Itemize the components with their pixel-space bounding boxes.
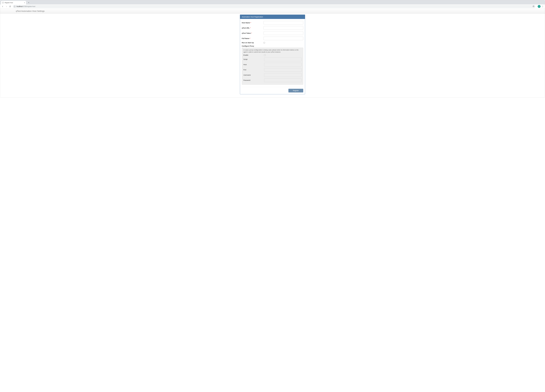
proxy-row-username: Username [243, 73, 302, 77]
url-path: /register-host [26, 6, 35, 7]
form-row-run-on-startup: Run on Start Up [242, 42, 303, 43]
info-icon[interactable]: i [14, 6, 15, 7]
proxy-row-password: Password [243, 78, 302, 82]
label-full-name: Full Name * [242, 37, 264, 39]
forward-button[interactable] [5, 5, 8, 8]
label-qtest-url: qTest URL * [242, 27, 264, 29]
browser-menu-icon[interactable] [541, 6, 544, 7]
checkbox-proxy-enable[interactable] [264, 54, 266, 56]
card-footer: Register [242, 87, 303, 92]
proxy-row-script: Script [243, 58, 302, 61]
browser-window: Register Host × + i localhost:6789/regis… [0, 0, 545, 98]
input-proxy-username[interactable] [264, 73, 302, 77]
proxy-row-host: Host [243, 63, 302, 66]
page-title: qTest Automation Host Settings [16, 10, 45, 12]
profile-avatar[interactable]: C [538, 5, 540, 8]
proxy-section-title: Configure Proxy [242, 45, 303, 47]
form-row-qtest-url: qTest URL * [242, 26, 303, 30]
form-row-qtest-token: qTest Token * [242, 31, 303, 35]
checkbox-run-on-startup[interactable] [264, 42, 265, 43]
url-host: localhost [17, 6, 23, 7]
proxy-box: In case a proxy configuration is being u… [242, 48, 303, 85]
label-run-on-startup: Run on Start Up [242, 42, 264, 43]
input-proxy-host[interactable] [264, 63, 302, 66]
svg-marker-0 [533, 6, 534, 7]
input-proxy-port[interactable] [264, 68, 302, 72]
browser-tab[interactable]: Register Host × [1, 1, 26, 5]
page: qTest Automation Host Settings Automatio… [0, 8, 545, 94]
new-tab-button[interactable]: + [27, 1, 30, 4]
bookmark-star-icon[interactable] [533, 5, 534, 7]
label-proxy-username: Username [243, 74, 264, 76]
input-proxy-script[interactable] [264, 58, 302, 61]
proxy-help-text: In case a proxy configuration is being u… [243, 49, 302, 53]
label-proxy-script: Script [243, 59, 264, 60]
register-button[interactable]: Register [288, 89, 303, 92]
input-full-name[interactable] [264, 36, 303, 40]
card-body: Host Name * qTest URL * qTest Token [240, 19, 305, 94]
avatar-initial: C [539, 6, 540, 7]
form-row-host-name: Host Name * [242, 21, 303, 24]
proxy-row-enable: Enable [243, 54, 302, 56]
proxy-row-port: Port [243, 68, 302, 72]
input-proxy-password[interactable] [264, 78, 302, 82]
label-proxy-port: Port [243, 69, 264, 71]
browser-toolbar: i localhost:6789/register-host C [0, 5, 545, 8]
card-header: Automation Host Registration [240, 15, 305, 19]
reload-button[interactable] [8, 5, 12, 8]
tab-strip: Register Host × + [0, 0, 545, 5]
input-qtest-url[interactable] [264, 26, 303, 30]
url-port: :6789 [23, 6, 26, 7]
label-host-name: Host Name * [242, 22, 264, 24]
globe-icon [2, 2, 4, 4]
label-proxy-password: Password [243, 79, 264, 81]
close-tab-icon[interactable]: × [24, 2, 25, 4]
page-header: qTest Automation Host Settings [0, 8, 545, 14]
input-qtest-token[interactable] [264, 31, 303, 35]
input-host-name[interactable] [264, 21, 303, 24]
registration-card: Automation Host Registration Host Name *… [240, 15, 305, 94]
label-proxy-enable: Enable [243, 54, 264, 56]
label-qtest-token: qTest Token * [242, 32, 264, 34]
form-row-full-name: Full Name * [242, 36, 303, 40]
back-button[interactable] [1, 5, 4, 8]
label-proxy-host: Host [243, 64, 264, 66]
card-title: Automation Host Registration [242, 16, 263, 18]
tab-title: Register Host [5, 2, 13, 4]
address-bar[interactable]: i localhost:6789/register-host [13, 5, 536, 8]
